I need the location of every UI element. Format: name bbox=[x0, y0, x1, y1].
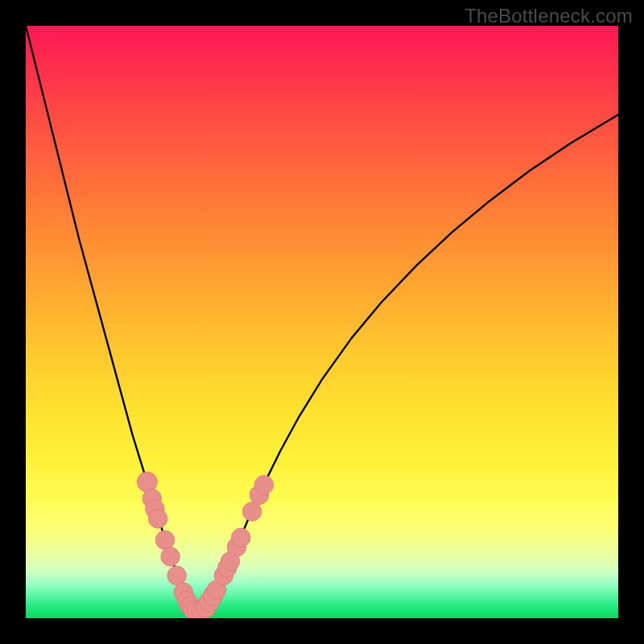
data-marker bbox=[242, 502, 262, 522]
curve-group bbox=[26, 26, 618, 612]
plot-area bbox=[26, 26, 618, 618]
data-marker bbox=[254, 476, 274, 495]
bottleneck-curve bbox=[26, 26, 618, 612]
chart-svg bbox=[26, 26, 618, 618]
data-marker bbox=[167, 566, 187, 585]
data-markers-group bbox=[137, 472, 273, 618]
data-marker bbox=[161, 547, 180, 567]
data-marker bbox=[148, 510, 167, 529]
data-marker bbox=[155, 530, 175, 550]
watermark-text: TheBottleneck.com bbox=[464, 5, 633, 27]
chart-frame: TheBottleneck.com bbox=[0, 0, 644, 644]
data-marker bbox=[231, 528, 250, 547]
data-marker bbox=[137, 472, 157, 492]
